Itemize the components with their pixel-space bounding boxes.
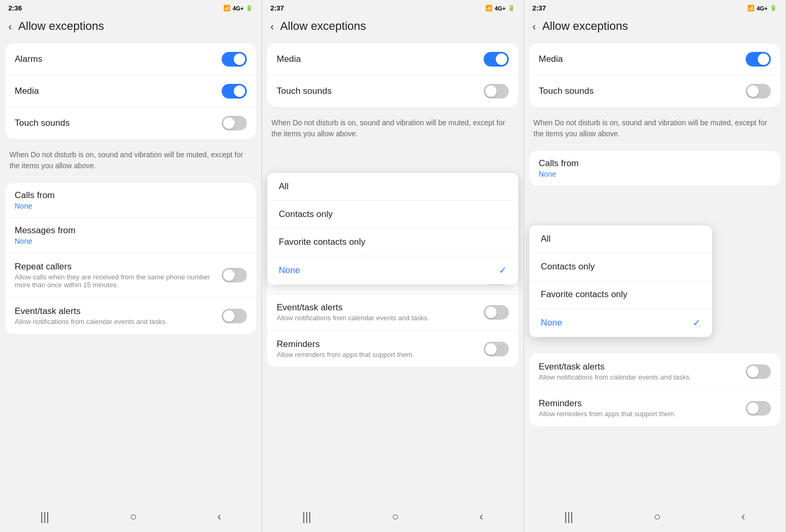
reminders-row-3[interactable]: Reminders Allow reminders from apps that… <box>529 390 780 426</box>
messages-from-label-1: Messages from <box>15 225 247 236</box>
touch-sounds-label-2: Touch sounds <box>277 86 332 96</box>
status-bar-2: 2:37 📶 4G+ 🔋 <box>262 0 523 14</box>
nav-bar-1: ||| ○ ‹ <box>0 504 261 532</box>
back-nav-button-1[interactable]: ‹ <box>217 510 221 524</box>
home-button-1[interactable]: ○ <box>130 510 137 524</box>
toggles-card-2: Media Touch sounds <box>267 44 518 107</box>
event-task-toggle-1[interactable] <box>222 309 247 323</box>
media-toggle-2[interactable] <box>484 52 509 67</box>
header-1: ‹ Allow exceptions <box>0 14 261 40</box>
event-task-text-3: Event/task alerts Allow notifications fr… <box>539 362 691 381</box>
touch-sounds-row-2[interactable]: Touch sounds <box>267 75 518 107</box>
media-row-1[interactable]: Media <box>5 75 256 107</box>
battery-icon-3: 🔋 <box>770 5 777 12</box>
touch-sounds-row-3[interactable]: Touch sounds <box>529 75 780 107</box>
reminders-label-2: Reminders <box>277 339 414 350</box>
calls-from-card-3: Calls from None <box>529 151 780 186</box>
dropdown-item-contacts-3[interactable]: Contacts only <box>529 253 712 281</box>
media-toggle-1[interactable] <box>222 84 247 99</box>
repeat-callers-row-1[interactable]: Repeat callers Allow calls when they are… <box>5 253 256 298</box>
home-button-3[interactable]: ○ <box>654 510 661 524</box>
touch-sounds-toggle-3[interactable] <box>746 84 771 99</box>
recent-button-1[interactable]: ||| <box>40 510 49 524</box>
media-row-2[interactable]: Media <box>267 44 518 75</box>
dropdown-label-all-2: All <box>279 181 289 192</box>
event-task-row-3[interactable]: Event/task alerts Allow notifications fr… <box>529 353 780 390</box>
messages-from-row-1[interactable]: Messages from None <box>5 218 256 253</box>
touch-sounds-toggle-1[interactable] <box>222 116 247 131</box>
reminders-toggle-3[interactable] <box>746 401 771 416</box>
dropdown-item-favorites-3[interactable]: Favorite contacts only <box>529 281 712 309</box>
repeat-callers-text-1: Repeat callers Allow calls when they are… <box>15 262 222 289</box>
calls-from-row-3[interactable]: Calls from None <box>529 151 780 186</box>
reminders-text-2: Reminders Allow reminders from apps that… <box>277 339 414 359</box>
time-3: 2:37 <box>532 4 546 12</box>
back-button-3[interactable]: ‹ <box>532 20 536 32</box>
event-task-row-1[interactable]: Event/task alerts Allow notifications fr… <box>5 298 256 334</box>
time-2: 2:37 <box>270 4 284 12</box>
back-button-2[interactable]: ‹ <box>270 20 274 32</box>
event-task-toggle-3[interactable] <box>746 364 771 379</box>
dropdown-panel-3[interactable]: All Contacts only Favorite contacts only… <box>529 225 712 337</box>
media-label-3: Media <box>539 54 563 64</box>
calls-from-value-3: None <box>539 170 771 178</box>
repeat-callers-label-1: Repeat callers <box>15 262 222 272</box>
phone-panel-2: 2:37 📶 4G+ 🔋 ‹ Allow exceptions Media To… <box>262 0 524 532</box>
dropdown-item-all-3[interactable]: All <box>529 225 712 253</box>
reminders-sublabel-3: Allow reminders from apps that support t… <box>539 410 676 418</box>
nav-bar-3: ||| ○ ‹ <box>524 504 785 532</box>
battery-icon: 🔋 <box>246 5 253 12</box>
touch-sounds-toggle-2[interactable] <box>484 84 509 99</box>
dropdown-label-contacts-2: Contacts only <box>279 209 333 220</box>
toggles-card-3: Media Touch sounds <box>529 44 780 107</box>
event-task-label-3: Event/task alerts <box>539 362 691 372</box>
event-task-toggle-2[interactable] <box>484 305 509 320</box>
nav-bar-2: ||| ○ ‹ <box>262 504 523 532</box>
event-task-label-2: Event/task alerts <box>277 302 429 313</box>
calls-from-row-1[interactable]: Calls from None <box>5 183 256 218</box>
dropdown-item-contacts-2[interactable]: Contacts only <box>267 201 518 229</box>
back-button-1[interactable]: ‹ <box>8 20 12 32</box>
reminders-toggle-2[interactable] <box>484 342 509 356</box>
exceptions-card-1: Calls from None Messages from None Repea… <box>5 183 256 334</box>
phone-panel-3: 2:37 📶 4G+ 🔋 ‹ Allow exceptions Media To… <box>524 0 786 532</box>
repeat-callers-toggle-1[interactable] <box>222 268 247 283</box>
dropdown-label-none-2: None <box>279 265 300 276</box>
event-task-text-1: Event/task alerts Allow notifications fr… <box>15 306 167 325</box>
reminders-text-3: Reminders Allow reminders from apps that… <box>539 398 676 418</box>
dropdown-panel-2[interactable]: All Contacts only Favorite contacts only… <box>267 173 518 285</box>
home-button-2[interactable]: ○ <box>392 510 399 524</box>
signal-icon-2: 4G+ <box>495 5 506 12</box>
back-nav-button-3[interactable]: ‹ <box>741 510 745 524</box>
wifi-icon: 📶 <box>223 5 231 12</box>
dropdown-label-none-3: None <box>541 318 562 328</box>
status-icons-2: 📶 4G+ 🔋 <box>485 5 515 12</box>
phone-panel-1: 2:36 📶 4G+ 🔋 ‹ Allow exceptions Alarms M… <box>0 0 262 532</box>
event-task-row-2[interactable]: Event/task alerts Allow notifications fr… <box>267 294 518 331</box>
event-task-sublabel-3: Allow notifications from calendar events… <box>539 373 691 381</box>
media-row-3[interactable]: Media <box>529 44 780 75</box>
alarms-row[interactable]: Alarms <box>5 44 256 75</box>
dropdown-item-favorites-2[interactable]: Favorite contacts only <box>267 229 518 256</box>
time-1: 2:36 <box>8 4 22 12</box>
check-icon-2: ✓ <box>499 265 507 276</box>
battery-icon-2: 🔋 <box>508 5 515 12</box>
back-nav-button-2[interactable]: ‹ <box>479 510 483 524</box>
dropdown-item-all-2[interactable]: All <box>267 173 518 201</box>
content-1: Alarms Media Touch sounds When Do not di… <box>0 40 261 504</box>
status-bar-1: 2:36 📶 4G+ 🔋 <box>0 0 261 14</box>
recent-button-3[interactable]: ||| <box>564 510 573 524</box>
alarms-toggle[interactable] <box>222 52 247 67</box>
media-label-1: Media <box>15 86 39 96</box>
media-toggle-3[interactable] <box>746 52 771 67</box>
media-label-2: Media <box>277 54 301 64</box>
dropdown-item-none-3[interactable]: None ✓ <box>529 309 712 337</box>
reminders-sublabel-2: Allow reminders from apps that support t… <box>277 351 414 359</box>
wifi-icon-2: 📶 <box>485 5 493 12</box>
recent-button-2[interactable]: ||| <box>302 510 311 524</box>
event-task-sublabel-2: Allow notifications from calendar events… <box>277 314 429 322</box>
header-3: ‹ Allow exceptions <box>524 14 785 40</box>
reminders-row-2[interactable]: Reminders Allow reminders from apps that… <box>267 331 518 367</box>
dropdown-item-none-2[interactable]: None ✓ <box>267 256 518 285</box>
touch-sounds-row-1[interactable]: Touch sounds <box>5 107 256 139</box>
